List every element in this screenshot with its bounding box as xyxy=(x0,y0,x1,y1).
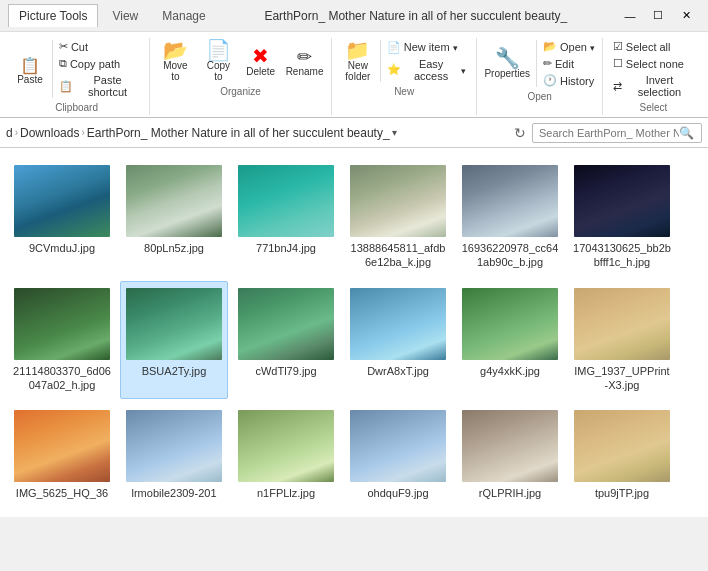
new-item-button[interactable]: 📄 New item xyxy=(383,39,471,56)
file-thumbnail xyxy=(126,288,222,360)
file-item[interactable]: tpu9jTP.jpg xyxy=(568,403,676,507)
select-none-icon: ☐ xyxy=(613,57,623,70)
file-item[interactable]: 9CVmduJ.jpg xyxy=(8,158,116,277)
refresh-button[interactable]: ↻ xyxy=(514,125,526,141)
file-thumbnail xyxy=(574,410,670,482)
bc-root[interactable]: d xyxy=(6,126,13,140)
search-icon: 🔍 xyxy=(679,126,694,140)
file-item[interactable]: lrmobile2309-201 xyxy=(120,403,228,507)
file-item[interactable]: 771bnJ4.jpg xyxy=(232,158,340,277)
cut-icon xyxy=(59,40,68,53)
copy-path-button[interactable]: ⧉ Copy path xyxy=(55,55,143,72)
separator3 xyxy=(536,40,537,87)
file-name: DwrA8xT.jpg xyxy=(367,364,429,378)
file-thumbnail xyxy=(462,410,558,482)
properties-icon xyxy=(495,48,520,68)
file-name: lrmobile2309-201 xyxy=(132,486,217,500)
organize-content: Move to Copy to Delete Rename xyxy=(155,38,327,84)
new-folder-button[interactable]: New folder xyxy=(338,38,378,84)
delete-icon xyxy=(252,46,269,66)
file-item[interactable]: IMG_5625_HQ_36 xyxy=(8,403,116,507)
ribbon-group-new: New folder 📄 New item ⭐ Easy access xyxy=(332,38,478,115)
paste-icon xyxy=(20,54,40,74)
file-name: g4y4xkK.jpg xyxy=(480,364,540,378)
rename-button[interactable]: Rename xyxy=(283,44,327,79)
file-name: tpu9jTP.jpg xyxy=(595,486,649,500)
bc-sep1: › xyxy=(15,127,18,138)
bc-downloads[interactable]: Downloads xyxy=(20,126,79,140)
bc-folder[interactable]: EarthPorn_ Mother Nature in all of her s… xyxy=(87,126,390,140)
file-item[interactable]: ohdquF9.jpg xyxy=(344,403,452,507)
file-name: ohdquF9.jpg xyxy=(367,486,428,500)
file-name: cWdTl79.jpg xyxy=(255,364,316,378)
paste-button[interactable]: Paste xyxy=(10,52,50,87)
file-name: BSUA2Ty.jpg xyxy=(142,364,207,378)
tab-picture-tools[interactable]: Picture Tools xyxy=(8,4,98,27)
tab-view[interactable]: View xyxy=(102,5,148,27)
new-col: 📄 New item ⭐ Easy access xyxy=(383,39,471,84)
window-title: EarthPorn_ Mother Nature in all of her s… xyxy=(216,9,616,23)
file-item[interactable]: 16936220978_cc641ab90c_b.jpg xyxy=(456,158,564,277)
file-item[interactable]: IMG_1937_UPPrint-X3.jpg xyxy=(568,281,676,400)
move-to-button[interactable]: Move to xyxy=(155,38,197,84)
delete-button[interactable]: Delete xyxy=(241,44,281,79)
search-box[interactable]: 🔍 xyxy=(532,123,702,143)
clipboard-label: Clipboard xyxy=(55,102,98,115)
bc-sep2: › xyxy=(81,127,84,138)
file-area: 9CVmduJ.jpg80pLn5z.jpg771bnJ4.jpg1388864… xyxy=(0,148,708,517)
file-thumbnail xyxy=(574,165,670,237)
new-folder-icon xyxy=(345,40,370,60)
address-bar: d › Downloads › EarthPorn_ Mother Nature… xyxy=(0,118,708,148)
copy-to-button[interactable]: Copy to xyxy=(198,38,239,84)
file-item[interactable]: 80pLn5z.jpg xyxy=(120,158,228,277)
ribbon-group-clipboard: Paste Cut ⧉ Copy path 📋 Paste shortcut xyxy=(4,38,150,115)
open-button[interactable]: 📂 Open xyxy=(539,38,599,55)
breadcrumb[interactable]: d › Downloads › EarthPorn_ Mother Nature… xyxy=(6,126,508,140)
file-item[interactable]: g4y4xkK.jpg xyxy=(456,281,564,400)
open-icon: 📂 xyxy=(543,40,557,53)
cut-button[interactable]: Cut xyxy=(55,38,143,55)
history-icon: 🕐 xyxy=(543,74,557,87)
file-thumbnail xyxy=(462,288,558,360)
properties-button[interactable]: Properties xyxy=(480,46,534,81)
file-item[interactable]: BSUA2Ty.jpg xyxy=(120,281,228,400)
file-item[interactable]: n1FPLlz.jpg xyxy=(232,403,340,507)
ribbon: Paste Cut ⧉ Copy path 📋 Paste shortcut xyxy=(0,32,708,118)
file-name: IMG_5625_HQ_36 xyxy=(16,486,108,500)
select-content: ☑ Select all ☐ Select none ⇄ Invert sele… xyxy=(609,38,698,100)
tab-manage[interactable]: Manage xyxy=(152,5,215,27)
maximize-button[interactable]: ☐ xyxy=(644,4,672,28)
easy-access-button[interactable]: ⭐ Easy access xyxy=(383,56,471,84)
close-button[interactable]: ✕ xyxy=(672,4,700,28)
open-content: Properties 📂 Open ✏ Edit 🕐 Hist xyxy=(480,38,599,89)
file-thumbnail xyxy=(350,165,446,237)
title-bar-left: Picture Tools View Manage xyxy=(8,4,216,27)
new-label: New xyxy=(394,86,414,99)
window-controls: — ☐ ✕ xyxy=(616,4,700,28)
select-none-button[interactable]: ☐ Select none xyxy=(609,55,698,72)
open-chevron xyxy=(590,41,595,53)
minimize-button[interactable]: — xyxy=(616,4,644,28)
edit-button[interactable]: ✏ Edit xyxy=(539,55,599,72)
select-all-button[interactable]: ☑ Select all xyxy=(609,38,698,55)
bc-dropdown[interactable]: ▾ xyxy=(392,127,397,138)
ribbon-group-open: Properties 📂 Open ✏ Edit 🕐 Hist xyxy=(477,38,602,115)
file-item[interactable]: rQLPRIH.jpg xyxy=(456,403,564,507)
file-name: IMG_1937_UPPrint-X3.jpg xyxy=(573,364,671,393)
open-label: Open xyxy=(527,91,551,104)
file-item[interactable]: 13888645811_afdb6e12ba_k.jpg xyxy=(344,158,452,277)
file-name: 21114803370_6d06047a02_h.jpg xyxy=(13,364,111,393)
search-input[interactable] xyxy=(539,127,679,139)
file-thumbnail xyxy=(574,288,670,360)
invert-icon: ⇄ xyxy=(613,80,622,93)
file-item[interactable]: 17043130625_bb2bbfff1c_h.jpg xyxy=(568,158,676,277)
file-item[interactable]: cWdTl79.jpg xyxy=(232,281,340,400)
history-button[interactable]: 🕐 History xyxy=(539,72,599,89)
paste-shortcut-button[interactable]: 📋 Paste shortcut xyxy=(55,72,143,100)
invert-selection-button[interactable]: ⇄ Invert selection xyxy=(609,72,698,100)
file-item[interactable]: DwrA8xT.jpg xyxy=(344,281,452,400)
file-thumbnail xyxy=(14,410,110,482)
file-thumbnail xyxy=(350,410,446,482)
select-label: Select xyxy=(640,102,668,115)
file-item[interactable]: 21114803370_6d06047a02_h.jpg xyxy=(8,281,116,400)
